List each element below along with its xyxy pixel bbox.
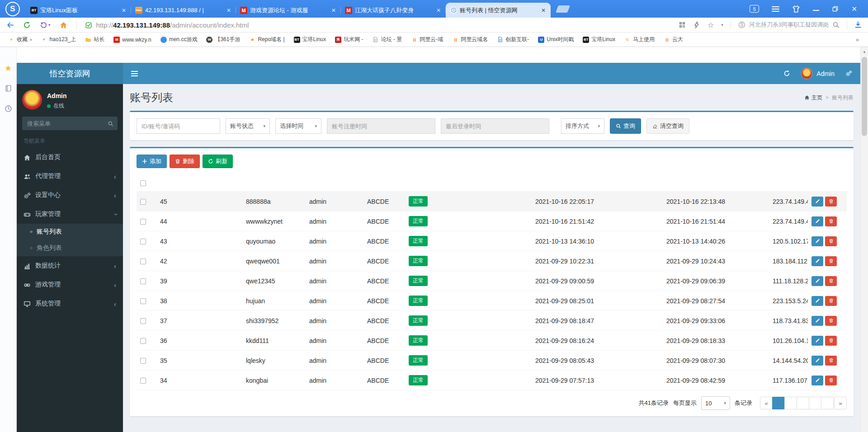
row-checkbox[interactable]: [140, 338, 146, 344]
scroll-up-arrow-icon[interactable]: [861, 47, 868, 54]
breadcrumb-home-link[interactable]: 主页: [804, 94, 822, 102]
favorites-star-icon[interactable]: [5, 64, 12, 72]
browser-tab[interactable]: PMA 42.193.131.149:888 / |: [131, 3, 236, 18]
delete-row-button[interactable]: [825, 316, 837, 326]
vertical-scrollbar[interactable]: [860, 47, 868, 432]
row-checkbox[interactable]: [140, 239, 146, 244]
back-icon[interactable]: [6, 21, 14, 29]
edit-button[interactable]: [811, 376, 823, 385]
delete-button[interactable]: 删除: [170, 155, 200, 168]
delete-row-button[interactable]: [825, 356, 837, 366]
sort-select[interactable]: 排序方式: [561, 118, 604, 134]
bookmark-item[interactable]: 论坛 - 景: [368, 34, 407, 45]
query-button[interactable]: 查询: [610, 118, 641, 134]
url-field[interactable]: http://42.193.131.149:88/admin/account/i…: [82, 21, 679, 29]
search-box[interactable]: 河北持刀杀3同事职工疑因调岗: [738, 21, 840, 29]
table-row[interactable]: 36 kkdd111 admin ABCDE 正常 2021-09-29 08:…: [137, 331, 847, 351]
sidebar-menu-link[interactable]: 系统管理: [17, 294, 123, 313]
edit-button[interactable]: [811, 356, 823, 366]
row-checkbox[interactable]: [140, 358, 146, 364]
table-row[interactable]: 37 shi3397952 admin ABCDE 正常 2021-09-29 …: [137, 311, 847, 331]
sidebar-submenu-item[interactable]: 角色列表: [17, 240, 123, 256]
sidebar-menu-link[interactable]: 设置中心: [17, 186, 123, 205]
new-tab-button[interactable]: [556, 5, 570, 13]
bookmarks-overflow-button[interactable]: »: [850, 36, 864, 43]
qr-code-icon[interactable]: [679, 21, 686, 28]
browser-menu-icon[interactable]: [772, 6, 779, 12]
tab-close-icon[interactable]: [330, 7, 337, 14]
app-logo[interactable]: 悟空资源网: [17, 63, 123, 84]
bookmark-item[interactable]: M www.wkzy.n: [109, 35, 156, 44]
row-checkbox[interactable]: [140, 378, 146, 384]
sidebar-search-input[interactable]: [22, 117, 103, 130]
bookmark-item[interactable]: U Unix时间戳: [533, 34, 578, 45]
edit-button[interactable]: [811, 197, 823, 207]
row-checkbox[interactable]: [140, 278, 146, 284]
search-icon[interactable]: [103, 117, 118, 130]
bookmark-item[interactable]: 米 玩米网 -: [330, 34, 368, 45]
bookmark-item[interactable]: 站长: [80, 34, 109, 45]
page-button[interactable]: [821, 397, 834, 409]
download-count-badge[interactable]: 5: [750, 5, 759, 13]
tab-close-icon[interactable]: [540, 7, 547, 14]
sidebar-menu-item[interactable]: 代理管理: [17, 167, 123, 186]
table-row[interactable]: 39 qwe12345 admin ABCDE 正常 2021-09-29 09…: [137, 271, 847, 291]
edit-button[interactable]: [811, 296, 823, 306]
delete-row-button[interactable]: [825, 256, 837, 266]
sidebar-menu-item[interactable]: 数据统计: [17, 256, 123, 275]
edit-button[interactable]: [811, 256, 823, 266]
sogou-browser-logo[interactable]: S: [5, 2, 20, 16]
next-page-button[interactable]: »: [834, 397, 847, 409]
bookmark-item[interactable]: 创新互联-: [492, 34, 533, 45]
sidebar-menu-item[interactable]: 游戏管理: [17, 275, 123, 294]
sidebar-submenu-item[interactable]: 账号列表: [17, 224, 123, 240]
table-row[interactable]: 35 lqlesky admin ABCDE 正常 2021-09-29 08:…: [137, 351, 847, 371]
home-icon[interactable]: [60, 21, 67, 29]
row-checkbox[interactable]: [140, 199, 146, 205]
keyword-input[interactable]: [137, 118, 220, 134]
refresh-button[interactable]: 刷新: [203, 155, 233, 168]
add-button[interactable]: 添加: [137, 155, 167, 168]
time-type-select[interactable]: 选择时间: [275, 118, 321, 134]
bookmark-item[interactable]: [-] 阿里云-域: [406, 34, 448, 45]
user-menu[interactable]: Admin: [801, 68, 835, 79]
sidebar-menu-link[interactable]: 后台首页: [17, 148, 123, 167]
bookmark-item[interactable]: men.cc游戏: [156, 34, 202, 45]
page-button[interactable]: [772, 397, 785, 409]
row-checkbox[interactable]: [140, 318, 146, 324]
table-row[interactable]: 43 quyoumao admin ABCDE 正常 2021-10-13 14…: [137, 231, 847, 251]
table-row[interactable]: 34 kongbai admin ABCDE 正常 2021-09-29 07:…: [137, 371, 847, 390]
edit-button[interactable]: [811, 216, 823, 226]
history-clock-icon[interactable]: [5, 104, 12, 112]
table-row[interactable]: 38 hujuan admin ABCDE 正常 2021-09-29 08:2…: [137, 291, 847, 311]
sidebar-menu-link[interactable]: 玩家管理: [17, 205, 123, 224]
bookmark-item[interactable]: ✔ hao123_上: [37, 34, 81, 45]
delete-row-button[interactable]: [825, 376, 837, 385]
restore-window-button[interactable]: [832, 5, 839, 12]
bookmark-item[interactable]: BT 宝塔Linux: [578, 34, 620, 45]
close-window-button[interactable]: [851, 5, 857, 13]
edit-button[interactable]: [811, 336, 823, 346]
delete-row-button[interactable]: [825, 276, 837, 286]
history-back-icon[interactable]: [40, 21, 51, 29]
select-all-checkbox[interactable]: [140, 180, 146, 186]
sidebar-toggle-icon[interactable]: [123, 71, 146, 76]
sidebar-menu-link[interactable]: 游戏管理: [17, 275, 123, 294]
delete-row-button[interactable]: [825, 216, 837, 226]
clear-query-button[interactable]: 清空查询: [646, 118, 689, 134]
delete-row-button[interactable]: [825, 336, 837, 346]
table-row[interactable]: 44 wwwwkzynet admin ABCDE 正常 2021-10-16 …: [137, 211, 847, 231]
delete-row-button[interactable]: [825, 197, 837, 207]
refresh-icon[interactable]: [783, 70, 790, 77]
edit-button[interactable]: [811, 316, 823, 326]
security-shield-icon[interactable]: [85, 21, 92, 29]
row-checkbox[interactable]: [140, 219, 146, 225]
status-select[interactable]: 账号状态: [226, 118, 270, 134]
reading-list-book-icon[interactable]: [5, 84, 12, 92]
last-login-time-input[interactable]: [441, 118, 549, 134]
row-checkbox[interactable]: [140, 298, 146, 304]
sidebar-menu-item[interactable]: 系统管理: [17, 294, 123, 313]
bookmark-star-icon[interactable]: [708, 21, 714, 29]
table-row[interactable]: 42 qweqwe001 admin ABCDE 正常 2021-09-29 1…: [137, 251, 847, 271]
lightning-icon[interactable]: [693, 21, 700, 28]
